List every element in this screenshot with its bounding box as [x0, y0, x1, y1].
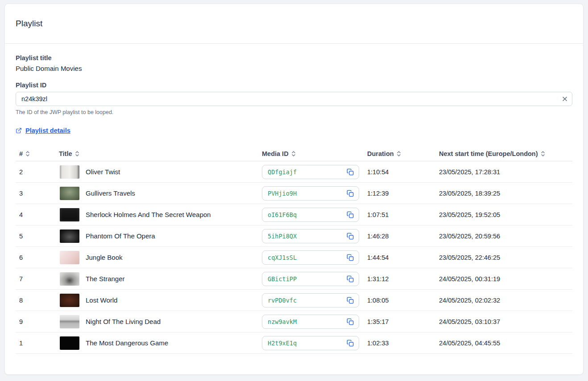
page-title: Playlist	[16, 19, 42, 29]
row-next-start: 24/05/2025, 04:45:55	[439, 340, 500, 347]
row-duration-cell: 1:02:33	[367, 340, 439, 347]
row-index-cell: 6	[16, 254, 59, 261]
row-next-start-cell: 24/05/2025, 02:02:32	[439, 297, 572, 304]
media-title: Phantom Of The Opera	[86, 232, 155, 240]
row-duration-cell: 1:08:05	[367, 297, 439, 304]
copy-media-id-button[interactable]	[346, 168, 355, 176]
copy-media-id-button[interactable]	[346, 253, 355, 262]
table-row: 9 Night Of The Living Dead nzw9avkM 1:35…	[16, 311, 572, 332]
playlist-title-label: Playlist title	[16, 54, 572, 61]
media-id-value: rvPD0vfc	[268, 297, 297, 304]
copy-icon	[347, 318, 354, 325]
column-header-index[interactable]: #	[16, 150, 59, 157]
playlist-id-label: Playlist ID	[16, 82, 572, 89]
playlist-id-input[interactable]	[16, 92, 572, 106]
row-media-id-cell: rvPD0vfc	[262, 293, 367, 307]
copy-icon	[347, 275, 354, 283]
playlist-card: Playlist Playlist title Public Domain Mo…	[4, 4, 584, 375]
copy-media-id-button[interactable]	[346, 232, 355, 241]
table-row: 2 Oliver Twist QDfgiajf 1:10:54 23/05/20…	[16, 161, 572, 183]
media-title: Lost World	[86, 296, 117, 304]
row-title-cell: The Most Dangerous Game	[59, 336, 262, 350]
row-index-cell: 8	[16, 297, 59, 304]
row-duration: 1:02:33	[367, 340, 389, 347]
row-next-start-cell: 23/05/2025, 19:52:05	[439, 211, 572, 218]
row-duration: 1:12:39	[367, 190, 389, 197]
row-media-id-cell: PVHjio9H	[262, 186, 367, 201]
row-title-cell: Jungle Book	[59, 251, 262, 264]
row-next-start: 24/05/2025, 00:31:19	[439, 275, 500, 283]
close-icon	[562, 96, 567, 102]
card-header: Playlist	[5, 4, 583, 44]
media-thumbnail	[60, 315, 79, 328]
playlist-details-link[interactable]: Playlist details	[25, 127, 70, 134]
playlist-details-row: Playlist details	[16, 127, 572, 134]
copy-icon	[347, 340, 354, 347]
external-link-icon	[16, 127, 22, 134]
media-id-value: H2t9xE1q	[268, 340, 297, 347]
table-row: 6 Jungle Book cqXJ1sSL 1:44:54 23/05/202…	[16, 247, 572, 268]
table-row: 5 Phantom Of The Opera 5ihPi8QX 1:46:28 …	[16, 225, 572, 247]
row-duration-cell: 1:44:54	[367, 254, 439, 261]
column-header-next-start[interactable]: Next start time (Europe/London)	[439, 150, 572, 157]
table-row: 1 The Most Dangerous Game H2t9xE1q 1:02:…	[16, 332, 572, 354]
sort-toggle-icon	[291, 151, 296, 157]
media-thumbnail	[60, 272, 79, 286]
sort-toggle-icon	[541, 151, 545, 157]
column-header-media-id[interactable]: Media ID	[262, 150, 367, 157]
copy-icon	[347, 297, 354, 304]
row-index-cell: 2	[16, 168, 59, 176]
copy-icon	[347, 233, 354, 240]
row-title-cell: Sherlock Holmes And The Secret Weapon	[59, 208, 262, 221]
row-index: 4	[19, 211, 23, 218]
media-thumbnail	[60, 165, 79, 179]
row-duration: 1:10:54	[367, 168, 389, 176]
column-header-label: Title	[59, 150, 72, 157]
copy-media-id-button[interactable]	[346, 274, 355, 283]
media-title: The Stranger	[86, 275, 125, 283]
sort-toggle-icon	[25, 151, 30, 157]
row-index: 5	[19, 233, 23, 240]
row-index: 6	[19, 254, 23, 261]
column-header-duration[interactable]: Duration	[367, 150, 439, 157]
media-id-box: PVHjio9H	[262, 186, 359, 201]
row-title-cell: The Stranger	[59, 272, 262, 286]
row-next-start: 23/05/2025, 22:46:25	[439, 254, 500, 261]
table-header-row: # Title Media ID Duration Next start tim…	[16, 146, 572, 161]
row-index: 9	[19, 318, 23, 325]
column-header-label: #	[19, 150, 23, 157]
copy-media-id-button[interactable]	[346, 189, 355, 198]
media-id-box: cqXJ1sSL	[262, 250, 359, 265]
column-header-title[interactable]: Title	[59, 150, 262, 157]
row-duration: 1:44:54	[367, 254, 389, 261]
media-id-box: 5ihPi8QX	[262, 229, 359, 243]
row-next-start-cell: 23/05/2025, 22:46:25	[439, 254, 572, 261]
row-media-id-cell: GBictiPP	[262, 272, 367, 286]
row-media-id-cell: H2t9xE1q	[262, 336, 367, 350]
row-next-start: 23/05/2025, 17:28:31	[439, 168, 500, 176]
row-media-id-cell: nzw9avkM	[262, 315, 367, 329]
row-duration: 1:46:28	[367, 233, 389, 240]
media-thumbnail	[60, 294, 79, 307]
copy-media-id-button[interactable]	[346, 339, 355, 348]
copy-media-id-button[interactable]	[346, 317, 355, 326]
column-header-label: Duration	[367, 150, 394, 157]
row-next-start-cell: 23/05/2025, 20:59:56	[439, 233, 572, 240]
media-id-value: 5ihPi8QX	[268, 233, 297, 240]
column-header-label: Media ID	[262, 150, 289, 157]
media-id-box: oI61F6Bq	[262, 208, 359, 222]
media-title: Gullivers Travels	[86, 189, 135, 197]
media-title: Oliver Twist	[86, 168, 120, 176]
clear-input-button[interactable]	[560, 94, 570, 104]
media-id-box: nzw9avkM	[262, 315, 359, 329]
row-duration-cell: 1:12:39	[367, 190, 439, 197]
copy-media-id-button[interactable]	[346, 296, 355, 305]
row-next-start-cell: 24/05/2025, 04:45:55	[439, 340, 572, 347]
row-duration: 1:08:05	[367, 297, 389, 304]
row-media-id-cell: cqXJ1sSL	[262, 250, 367, 265]
copy-media-id-button[interactable]	[346, 210, 355, 219]
row-duration-cell: 1:10:54	[367, 168, 439, 176]
table-body: 2 Oliver Twist QDfgiajf 1:10:54 23/05/20…	[16, 161, 572, 354]
row-next-start: 23/05/2025, 18:39:25	[439, 190, 500, 197]
media-id-value: QDfgiajf	[268, 168, 297, 176]
